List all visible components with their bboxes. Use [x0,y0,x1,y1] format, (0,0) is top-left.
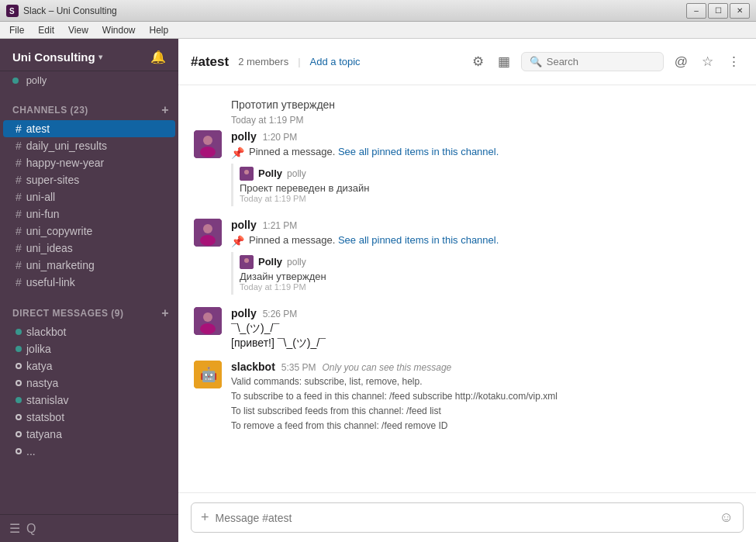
channel-item-uni-fun[interactable]: # uni-fun [3,205,175,223]
channel-item-atest[interactable]: # atest [3,120,175,137]
channel-item-happy[interactable]: # happy-new-year [3,154,175,171]
dm-item-nastya[interactable]: nastya [3,375,175,392]
channels-section-header[interactable]: CHANNELS (23) + [0,100,178,120]
avatar-image [194,219,222,247]
menu-edit[interactable]: Edit [32,23,60,37]
channel-item-super[interactable]: # super-sites [3,171,175,188]
message-text-privet: [привет!] ¯\_(ツ)_/¯ [231,336,740,351]
quoted-sub: polly [287,257,306,268]
notifications-icon[interactable]: 🔔 [150,50,166,64]
quoted-text-2: Дизайн утвержден [240,271,734,282]
dm-status-dot [16,397,22,403]
status-dot [12,78,19,84]
workspace-status: polly [0,71,178,94]
dm-item-more[interactable]: ... [3,443,175,460]
search-input[interactable] [547,56,655,67]
channel-name: atest [26,123,50,135]
dm-item-jolika[interactable]: jolika [3,340,175,357]
channel-name: uni_marketing [26,259,95,271]
message-content-pin1: polly 1:20 PM 📌 Pinned a message. See al… [231,130,740,209]
dm-item-statsbot[interactable]: statsbot [3,409,175,426]
sidebar: Uni Consulting ▾ 🔔 polly CHANNELS (23) +… [0,39,178,542]
add-channel-icon[interactable]: + [161,103,169,117]
pin-notice-1: 📌 Pinned a message. See all pinned items… [231,144,740,161]
sidebar-menu-icon[interactable]: ☰ [9,521,20,536]
workspace-dropdown-icon: ▾ [98,53,102,61]
maximize-button[interactable]: ☐ [708,3,728,19]
dm-status-dot [16,346,22,352]
close-button[interactable]: ✕ [730,3,750,19]
input-plus-icon[interactable]: + [201,509,209,526]
message-input[interactable] [216,512,713,524]
slackbot-line-3: To remove a feed from this channel: /fee… [231,419,740,433]
search-box[interactable]: 🔍 [521,52,664,71]
channel-name: uni-all [26,191,55,203]
quoted-author: Polly polly [240,167,734,181]
pin-link[interactable]: See all pinned items in this channel. [338,234,499,246]
channel-item-daily[interactable]: # daily_uni_results [3,137,175,154]
channel-item-useful[interactable]: # useful-link [3,274,175,291]
quoted-sub: polly [287,168,306,179]
svg-point-11 [244,258,249,263]
message-input-box: + ☺ [191,502,744,533]
workspace-name[interactable]: Uni Consulting ▾ [12,50,102,64]
dm-section-header[interactable]: DIRECT MESSAGES (9) + [0,303,178,323]
channel-name: useful-link [26,276,75,288]
more-icon[interactable]: ⋮ [724,50,744,73]
settings-icon[interactable]: ⚙ [469,50,487,73]
slackbot-line-main: Valid commands: subscribe, list, remove,… [231,375,740,389]
star-icon[interactable]: ☆ [699,50,716,73]
quoted-time-2: Today at 1:19 PM [240,282,734,292]
message-group-pin2: polly 1:21 PM 📌 Pinned a message. See al… [194,216,740,301]
slackbot-commands: Valid commands: subscribe, list, remove,… [231,375,740,434]
svg-point-3 [203,136,212,145]
svg-point-14 [200,323,216,334]
channel-hash-icon: # [16,157,22,169]
at-icon[interactable]: @ [671,51,691,73]
svg-point-9 [200,235,216,246]
channel-item-copywrite[interactable]: # uni_copywrite [3,223,175,240]
channel-members: 2 members [238,56,288,67]
dm-item-katya[interactable]: katya [3,357,175,375]
svg-point-8 [203,224,212,233]
message-author: polly [231,307,257,319]
dm-status-dot [16,448,22,454]
channel-name: daily_uni_results [26,140,107,152]
dm-item-stanislav[interactable]: stanislav [3,392,175,409]
message-time: 5:35 PM [281,362,316,373]
svg-text:S: S [9,7,15,16]
dm-item-tatyana[interactable]: tatyana [3,426,175,443]
add-dm-icon[interactable]: + [161,306,169,320]
message-group-pin1: polly 1:20 PM 📌 Pinned a message. See al… [194,127,740,212]
sidebar-search-icon[interactable]: Q [26,522,36,536]
menu-help[interactable]: Help [143,23,175,37]
pin-icon: 📌 [231,235,244,247]
quoted-message-1: Polly polly Проект переведен в дизайн To… [231,164,740,206]
quoted-text-1: Проект переведен в дизайн [240,182,734,194]
dm-name: tatyana [26,428,62,440]
menu-view[interactable]: View [62,23,95,37]
emoji-button[interactable]: ☺ [720,509,734,526]
title-bar: S Slack – Uni Consulting – ☐ ✕ [0,0,756,22]
pin-link[interactable]: See all pinned items in this channel. [338,146,499,157]
add-topic-link[interactable]: Add a topic [310,56,361,67]
channel-hash-icon: # [16,208,22,220]
menu-window[interactable]: Window [96,23,142,37]
layout-icon[interactable]: ▦ [495,50,513,73]
channel-item-marketing[interactable]: # uni_marketing [3,257,175,274]
dm-item-slackbot[interactable]: slackbot [3,323,175,340]
minimize-button[interactable]: – [686,3,706,19]
sidebar-bottom: ☰ Q [0,514,178,542]
channel-name: uni_copywrite [26,225,93,237]
channel-item-ideas[interactable]: # uni_ideas [3,240,175,257]
app-icon: S [6,5,19,17]
avatar-image: 🤖 [194,361,222,388]
menu-file[interactable]: File [3,23,30,37]
title-bar-left: S Slack – Uni Consulting [6,5,117,17]
avatar-polly1 [194,130,222,158]
message-author: slackbot [231,361,275,373]
quoted-name: Polly [258,256,282,268]
channel-item-uni-all[interactable]: # uni-all [3,188,175,205]
channel-hash-icon: # [16,140,22,152]
proto-time: Today at 1:19 PM [231,115,740,126]
